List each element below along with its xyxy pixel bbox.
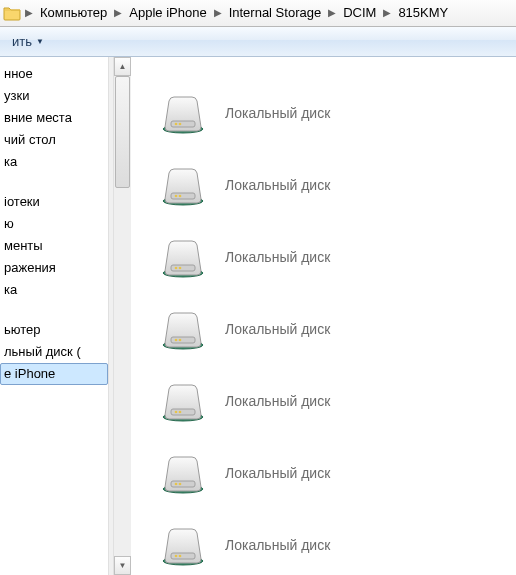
list-item[interactable]: Локальный диск (131, 149, 516, 221)
body: нное узки вние места чий стол ка iотеки … (0, 57, 516, 575)
svg-rect-9 (171, 265, 195, 271)
dropdown-arrow-icon: ▼ (32, 37, 44, 46)
sidebar-item[interactable]: ка (0, 279, 108, 301)
svg-rect-17 (171, 409, 195, 415)
explorer-window: ▶ Компьютер ▶ Apple iPhone ▶ Internal St… (0, 0, 516, 575)
list-item[interactable]: Локальный диск (131, 437, 516, 509)
drive-icon (159, 523, 207, 567)
sidebar-item[interactable]: льный диск ( (0, 341, 108, 363)
sidebar-item[interactable]: вние места (0, 107, 108, 129)
scroll-down-button[interactable]: ▼ (114, 556, 131, 575)
nav-tree: нное узки вние места чий стол ка iотеки … (0, 57, 108, 575)
svg-point-19 (179, 411, 182, 414)
svg-point-11 (179, 267, 182, 270)
sidebar-item[interactable]: нное (0, 63, 108, 85)
svg-point-2 (175, 123, 178, 126)
crumb-dcim[interactable]: DCIM (339, 3, 380, 23)
svg-point-18 (175, 411, 178, 414)
drive-icon (159, 307, 207, 351)
svg-rect-25 (171, 553, 195, 559)
svg-point-26 (175, 555, 178, 558)
svg-point-6 (175, 195, 178, 198)
svg-point-15 (179, 339, 182, 342)
crumb-computer[interactable]: Компьютер (36, 3, 111, 23)
sidebar-item[interactable]: менты (0, 235, 108, 257)
item-label: Локальный диск (225, 249, 330, 265)
item-label: Локальный диск (225, 105, 330, 121)
list-item[interactable]: Локальный диск (131, 77, 516, 149)
spacer (0, 173, 108, 191)
drive-icon (159, 379, 207, 423)
drive-icon (159, 91, 207, 135)
item-label: Локальный диск (225, 465, 330, 481)
drive-icon (159, 451, 207, 495)
svg-rect-21 (171, 481, 195, 487)
sidebar-item[interactable]: ю (0, 213, 108, 235)
sidebar-item[interactable]: ьютер (0, 319, 108, 341)
list-item[interactable]: Локальный диск (131, 293, 516, 365)
list-item[interactable]: Локальный диск (131, 509, 516, 575)
crumb-folder[interactable]: 815KMY (394, 3, 452, 23)
breadcrumb-bar: ▶ Компьютер ▶ Apple iPhone ▶ Internal St… (0, 0, 516, 27)
item-label: Локальный диск (225, 177, 330, 193)
chevron-right-icon[interactable]: ▶ (325, 3, 339, 23)
content-pane: Локальный диск Локальный диск Локальный … (131, 57, 516, 575)
folder-icon (2, 3, 22, 23)
sidebar-item[interactable]: iотеки (0, 191, 108, 213)
item-label: Локальный диск (225, 537, 330, 553)
svg-point-3 (179, 123, 182, 126)
scroll-track[interactable] (114, 76, 131, 556)
chevron-right-icon[interactable]: ▶ (380, 3, 394, 23)
crumb-device[interactable]: Apple iPhone (125, 3, 210, 23)
spacer (0, 301, 108, 319)
sidebar-item[interactable]: чий стол (0, 129, 108, 151)
list-item[interactable]: Локальный диск (131, 365, 516, 437)
organize-button[interactable]: ить ▼ (6, 31, 50, 53)
svg-point-10 (175, 267, 178, 270)
svg-point-27 (179, 555, 182, 558)
sidebar-item[interactable]: ка (0, 151, 108, 173)
svg-point-23 (179, 483, 182, 486)
scroll-thumb[interactable] (115, 76, 130, 188)
drive-icon (159, 163, 207, 207)
chevron-right-icon[interactable]: ▶ (111, 3, 125, 23)
item-label: Локальный диск (225, 393, 330, 409)
svg-rect-1 (171, 121, 195, 127)
chevron-right-icon[interactable]: ▶ (211, 3, 225, 23)
sidebar-item[interactable]: ражения (0, 257, 108, 279)
chevron-right-icon[interactable]: ▶ (22, 3, 36, 23)
sidebar-item-selected[interactable]: e iPhone (0, 363, 108, 385)
crumb-storage[interactable]: Internal Storage (225, 3, 326, 23)
drive-icon (159, 235, 207, 279)
svg-point-14 (175, 339, 178, 342)
svg-rect-5 (171, 193, 195, 199)
organize-label: ить (12, 34, 32, 49)
item-label: Локальный диск (225, 321, 330, 337)
list-item[interactable]: Локальный диск (131, 221, 516, 293)
sidebar-scrollbar: ▲ ▼ (114, 57, 131, 575)
svg-rect-13 (171, 337, 195, 343)
toolbar: ить ▼ (0, 27, 516, 58)
svg-point-7 (179, 195, 182, 198)
scroll-up-button[interactable]: ▲ (114, 57, 131, 76)
sidebar-item[interactable]: узки (0, 85, 108, 107)
svg-point-22 (175, 483, 178, 486)
